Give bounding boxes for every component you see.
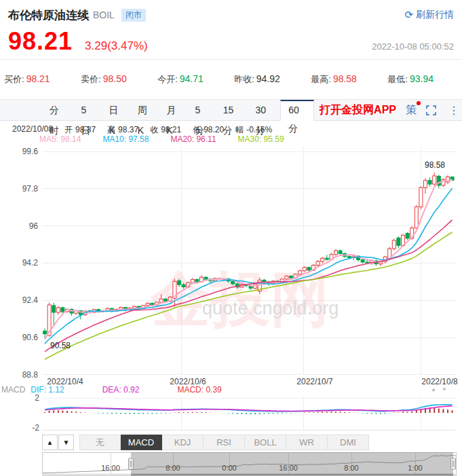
indicator-tab-DMI[interactable]: DMI	[328, 435, 369, 450]
svg-text:quote.cngold.org: quote.cngold.org	[202, 298, 339, 318]
ohlc-field-低: 低98.20	[190, 124, 224, 134]
last-price: 98.21	[8, 27, 73, 56]
ohlc-value: -0.16%	[246, 125, 272, 134]
quote-value: 98.21	[26, 73, 50, 84]
svg-text:1:00: 1:00	[408, 464, 422, 472]
macd-legend-2: MACD: 0.39	[177, 385, 221, 395]
quote-field-0: 买价:98.21	[4, 73, 50, 86]
strategy-button[interactable]: 策	[406, 103, 417, 117]
tab-period-周K[interactable]: 周K	[130, 100, 159, 120]
ohlc-value: 98.37	[118, 125, 138, 134]
ohlc-field-幅: 幅-0.16%	[233, 124, 272, 134]
period-tabbar: 分时5日日K周K月K5分15分30分60分 打开金投网APP 策 ⋮	[0, 99, 462, 121]
quote-value: 98.58	[333, 73, 357, 84]
tab-period-30分[interactable]: 30分	[248, 100, 280, 120]
svg-text:8:00: 8:00	[344, 464, 358, 472]
y-axis-tick: 90.6	[0, 333, 38, 342]
quote-field-5: 最低:93.94	[387, 73, 434, 86]
svg-text:8:00: 8:00	[166, 464, 180, 472]
refresh-quotes-link[interactable]: ⟳ 刷新行情	[404, 9, 454, 21]
x-axis-date-label: 2022/10/8	[421, 377, 457, 386]
open-app-link[interactable]: 打开金投网APP	[320, 103, 396, 117]
quote-label: 卖价:	[81, 74, 101, 84]
quote-label: 最高:	[311, 74, 331, 84]
refresh-icon: ⟳	[404, 9, 413, 21]
quote-field-1: 卖价:98.50	[81, 73, 127, 86]
price-change: 3.29(3.47%)	[85, 39, 148, 53]
indicator-up-button[interactable]: ▲	[42, 435, 58, 450]
macd-legend-0: DIF: 1.12	[31, 385, 64, 395]
navigator-handle[interactable]	[129, 458, 134, 469]
indicator-tab-RSI[interactable]: RSI	[204, 435, 245, 450]
quote-label: 昨收:	[234, 74, 254, 84]
ohlc-label: 低	[193, 125, 201, 134]
x-axis-date-label: 2022/10/7	[296, 377, 332, 386]
ohlc-value: 98.37	[75, 125, 96, 134]
bar-date: 2022/10/08	[12, 124, 53, 134]
macd-legend-row: MACD DIF: 1.12DEA: 0.92MACD: 0.39	[1, 385, 222, 395]
tab-period-60分[interactable]: 60分	[280, 100, 314, 121]
indicator-tab-WR[interactable]: WR	[286, 435, 328, 450]
y-axis-tick: 97.8	[0, 184, 38, 194]
y-axis-tick: 88.8	[0, 370, 38, 380]
quote-value: 94.71	[180, 73, 204, 84]
indicator-tab-BOLL[interactable]: BOLL	[245, 435, 286, 450]
y-axis-tick: 92.4	[0, 295, 38, 305]
high-annotation: 98.58	[425, 160, 445, 170]
ohlc-value: 98.21	[161, 125, 181, 134]
ohlc-label: 开	[64, 125, 73, 134]
tab-period-分时[interactable]: 分时	[42, 100, 73, 120]
svg-text:0:00: 0:00	[222, 464, 236, 472]
macd-legend-1: DEA: 0.92	[102, 385, 140, 395]
indicator-tab-MACD[interactable]: MACD	[121, 435, 162, 450]
ma-legend-2: MA20: 96.11	[170, 134, 216, 144]
ohlc-label: 高	[107, 125, 115, 134]
fullscreen-icon[interactable]	[426, 105, 436, 115]
more-menu-icon[interactable]: ⋮	[446, 104, 462, 117]
chart-region: 金投网quote.cngold.org2-216:008:000:0016:00…	[0, 147, 462, 476]
tab-period-日K[interactable]: 日K	[101, 100, 130, 120]
quote-header: 布伦特原油连续 BOIL 闭市 ⟳ 刷新行情 98.21 3.29(3.47%)…	[0, 0, 462, 60]
ohlc-field-收: 收98.21	[147, 124, 181, 134]
quote-value: 98.50	[103, 73, 127, 84]
notification-dot	[417, 101, 421, 105]
svg-text:16:00: 16:00	[279, 464, 298, 472]
svg-text:-2: -2	[32, 423, 39, 433]
tab-period-5日[interactable]: 5日	[73, 100, 101, 120]
svg-text:2: 2	[35, 393, 39, 403]
quote-value: 93.94	[410, 73, 434, 84]
svg-text:16:00: 16:00	[101, 464, 120, 472]
quote-field-2: 今开:94.71	[157, 73, 204, 86]
refresh-label: 刷新行情	[416, 9, 454, 21]
indicator-tab-KDJ[interactable]: KDJ	[162, 435, 204, 450]
tab-period-15分[interactable]: 15分	[216, 100, 248, 120]
ohlc-label: 收	[150, 125, 158, 134]
quote-label: 最低:	[387, 74, 408, 84]
x-axis-date-label: 2022/10/6	[170, 377, 206, 386]
y-axis-tick: 96	[0, 221, 38, 231]
indicator-toolbar: ▲ ▼ 无MACDKDJRSIBOLLWRDMI	[42, 435, 369, 450]
navigator-handle[interactable]	[451, 458, 456, 469]
instrument-title: 布伦特原油连续	[8, 7, 89, 23]
macd-panel-label: MACD	[1, 385, 25, 395]
ma-legend-0: MA5: 98.14	[39, 134, 81, 144]
candlestick-chart-canvas[interactable]: 金投网quote.cngold.org2-216:008:000:0016:00…	[0, 147, 462, 476]
x-axis-date-label: 2022/10/4	[47, 377, 83, 386]
indicator-tab-无[interactable]: 无	[79, 435, 121, 450]
tab-period-月K[interactable]: 月K	[159, 100, 187, 120]
quote-label: 买价:	[4, 74, 24, 84]
tab-period-5分[interactable]: 5分	[188, 100, 216, 120]
indicator-down-button[interactable]: ▼	[58, 435, 74, 450]
ma-legend-3: MA30: 95.59	[238, 134, 284, 144]
period-tabs: 分时5日日K周K月K5分15分30分60分	[42, 100, 314, 120]
quote-field-3: 昨收:94.92	[234, 73, 280, 86]
y-axis-tick: 94.2	[0, 258, 38, 268]
market-status-badge: 闭市	[121, 9, 146, 22]
navigator-scrollbar[interactable]	[131, 474, 453, 476]
macd-values: DIF: 1.12DEA: 0.92MACD: 0.39	[31, 385, 221, 395]
ohlc-label: 幅	[235, 125, 244, 134]
ma-legend-1: MA10: 97.58	[102, 134, 149, 144]
low-annotation: 90.58	[50, 341, 71, 350]
panel-collapse-icons[interactable]: ▲ ▼	[431, 386, 449, 392]
instrument-symbol: BOIL	[93, 10, 115, 20]
